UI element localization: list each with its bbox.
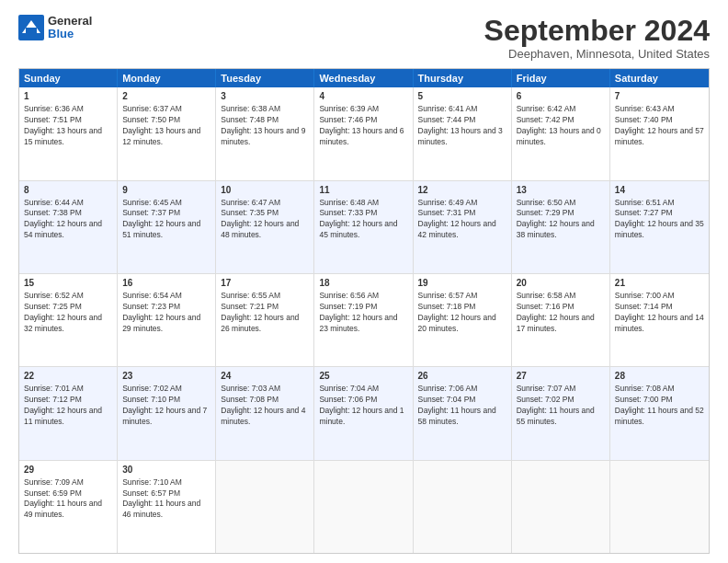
day-number: 23 xyxy=(122,370,210,383)
day-number: 13 xyxy=(517,184,605,197)
daylight: Daylight: 12 hours and 29 minutes. xyxy=(122,313,200,333)
day-number: 30 xyxy=(122,464,210,477)
daylight: Daylight: 13 hours and 15 minutes. xyxy=(24,126,102,146)
sunset: Sunset: 7:00 PM xyxy=(615,395,673,404)
sunrise: Sunrise: 6:43 AM xyxy=(615,104,675,113)
sunset: Sunset: 7:08 PM xyxy=(221,395,279,404)
day-cell-22: 22Sunrise: 7:01 AMSunset: 7:12 PMDayligh… xyxy=(19,367,118,459)
daylight: Daylight: 12 hours and 42 minutes. xyxy=(418,219,496,239)
day-cell-23: 23Sunrise: 7:02 AMSunset: 7:10 PMDayligh… xyxy=(118,367,216,459)
daylight: Daylight: 13 hours and 9 minutes. xyxy=(221,126,305,146)
empty-cell xyxy=(314,461,413,553)
sunrise: Sunrise: 7:01 AM xyxy=(24,384,84,393)
day-number: 3 xyxy=(221,90,309,103)
day-cell-28: 28Sunrise: 7:08 AMSunset: 7:00 PMDayligh… xyxy=(610,367,709,459)
sunset: Sunset: 6:57 PM xyxy=(122,488,180,498)
calendar: Sunday Monday Tuesday Wednesday Thursday… xyxy=(18,68,710,554)
header-sunday: Sunday xyxy=(19,69,118,87)
sunrise: Sunrise: 6:56 AM xyxy=(319,291,379,300)
sunrise: Sunrise: 7:02 AM xyxy=(122,384,182,393)
sunset: Sunset: 7:06 PM xyxy=(319,395,377,404)
logo-icon xyxy=(18,15,44,40)
day-cell-13: 13Sunrise: 6:50 AMSunset: 7:29 PMDayligh… xyxy=(512,181,610,273)
daylight: Daylight: 12 hours and 48 minutes. xyxy=(221,219,299,239)
daylight: Daylight: 12 hours and 23 minutes. xyxy=(319,313,397,333)
empty-cell xyxy=(512,461,610,553)
sunset: Sunset: 7:37 PM xyxy=(122,208,180,217)
sunrise: Sunrise: 6:54 AM xyxy=(122,291,182,300)
sunset: Sunset: 7:29 PM xyxy=(517,208,574,217)
daylight: Daylight: 12 hours and 14 minutes. xyxy=(615,313,704,333)
calendar-body: 1Sunrise: 6:36 AMSunset: 7:51 PMDaylight… xyxy=(19,87,709,553)
day-cell-5: 5Sunrise: 6:41 AMSunset: 7:44 PMDaylight… xyxy=(414,87,512,179)
sunrise: Sunrise: 6:47 AM xyxy=(221,198,280,207)
month-title: September 2024 xyxy=(484,15,710,47)
daylight: Daylight: 11 hours and 46 minutes. xyxy=(122,499,200,519)
logo-general: General xyxy=(48,15,92,28)
sunset: Sunset: 7:35 PM xyxy=(221,208,279,217)
day-cell-9: 9Sunrise: 6:45 AMSunset: 7:37 PMDaylight… xyxy=(118,181,216,273)
daylight: Daylight: 11 hours and 52 minutes. xyxy=(615,406,704,426)
daylight: Daylight: 13 hours and 12 minutes. xyxy=(122,126,200,146)
sunrise: Sunrise: 6:48 AM xyxy=(319,198,379,207)
day-number: 19 xyxy=(418,277,506,290)
day-number: 1 xyxy=(24,90,112,103)
empty-cell xyxy=(216,461,314,553)
sunrise: Sunrise: 6:37 AM xyxy=(122,104,182,113)
day-cell-10: 10Sunrise: 6:47 AMSunset: 7:35 PMDayligh… xyxy=(216,181,314,273)
day-cell-26: 26Sunrise: 7:06 AMSunset: 7:04 PMDayligh… xyxy=(414,367,512,459)
sunrise: Sunrise: 6:41 AM xyxy=(418,104,478,113)
title-block: September 2024 Deephaven, Minnesota, Uni… xyxy=(484,15,710,61)
daylight: Daylight: 13 hours and 3 minutes. xyxy=(418,126,503,146)
day-cell-8: 8Sunrise: 6:44 AMSunset: 7:38 PMDaylight… xyxy=(19,181,118,273)
empty-cell xyxy=(414,461,512,553)
sunset: Sunset: 7:33 PM xyxy=(319,208,377,217)
day-number: 14 xyxy=(615,184,704,197)
header: General Blue September 2024 Deephaven, M… xyxy=(18,15,710,61)
day-cell-4: 4Sunrise: 6:39 AMSunset: 7:46 PMDaylight… xyxy=(314,87,413,179)
location: Deephaven, Minnesota, United States xyxy=(484,47,710,61)
day-cell-6: 6Sunrise: 6:42 AMSunset: 7:42 PMDaylight… xyxy=(512,87,610,179)
sunset: Sunset: 7:16 PM xyxy=(517,302,574,311)
daylight: Daylight: 11 hours and 58 minutes. xyxy=(418,406,496,426)
day-cell-17: 17Sunrise: 6:55 AMSunset: 7:21 PMDayligh… xyxy=(216,274,314,366)
sunrise: Sunrise: 6:51 AM xyxy=(615,198,675,207)
daylight: Daylight: 12 hours and 54 minutes. xyxy=(24,219,102,239)
daylight: Daylight: 11 hours and 49 minutes. xyxy=(24,499,102,519)
day-cell-30: 30Sunrise: 7:10 AMSunset: 6:57 PMDayligh… xyxy=(118,461,216,553)
day-number: 22 xyxy=(24,370,112,383)
sunrise: Sunrise: 6:55 AM xyxy=(221,291,280,300)
day-number: 6 xyxy=(517,90,605,103)
logo: General Blue xyxy=(18,15,92,41)
sunrise: Sunrise: 6:39 AM xyxy=(319,104,379,113)
day-cell-24: 24Sunrise: 7:03 AMSunset: 7:08 PMDayligh… xyxy=(216,367,314,459)
sunrise: Sunrise: 6:52 AM xyxy=(24,291,84,300)
sunset: Sunset: 7:27 PM xyxy=(615,208,673,217)
day-cell-27: 27Sunrise: 7:07 AMSunset: 7:02 PMDayligh… xyxy=(512,367,610,459)
sunrise: Sunrise: 7:03 AM xyxy=(221,384,280,393)
day-cell-25: 25Sunrise: 7:04 AMSunset: 7:06 PMDayligh… xyxy=(314,367,413,459)
sunset: Sunset: 7:14 PM xyxy=(615,302,673,311)
day-number: 25 xyxy=(319,370,407,383)
day-cell-3: 3Sunrise: 6:38 AMSunset: 7:48 PMDaylight… xyxy=(216,87,314,179)
daylight: Daylight: 12 hours and 11 minutes. xyxy=(24,406,102,426)
sunrise: Sunrise: 6:45 AM xyxy=(122,198,182,207)
day-cell-19: 19Sunrise: 6:57 AMSunset: 7:18 PMDayligh… xyxy=(414,274,512,366)
sunset: Sunset: 7:21 PM xyxy=(221,302,279,311)
sunset: Sunset: 7:23 PM xyxy=(122,302,180,311)
day-number: 7 xyxy=(615,90,704,103)
sunset: Sunset: 7:46 PM xyxy=(319,115,377,124)
daylight: Daylight: 12 hours and 20 minutes. xyxy=(418,313,496,333)
sunset: Sunset: 7:12 PM xyxy=(24,395,82,404)
sunrise: Sunrise: 7:04 AM xyxy=(319,384,379,393)
sunset: Sunset: 7:02 PM xyxy=(517,395,574,404)
sunrise: Sunrise: 7:10 AM xyxy=(122,477,182,487)
sunset: Sunset: 7:38 PM xyxy=(24,208,82,217)
sunset: Sunset: 7:42 PM xyxy=(517,115,574,124)
week-row-3: 15Sunrise: 6:52 AMSunset: 7:25 PMDayligh… xyxy=(19,274,709,367)
sunset: Sunset: 7:19 PM xyxy=(319,302,377,311)
day-cell-15: 15Sunrise: 6:52 AMSunset: 7:25 PMDayligh… xyxy=(19,274,118,366)
daylight: Daylight: 12 hours and 7 minutes. xyxy=(122,406,207,426)
day-number: 21 xyxy=(615,277,704,290)
day-number: 26 xyxy=(418,370,506,383)
